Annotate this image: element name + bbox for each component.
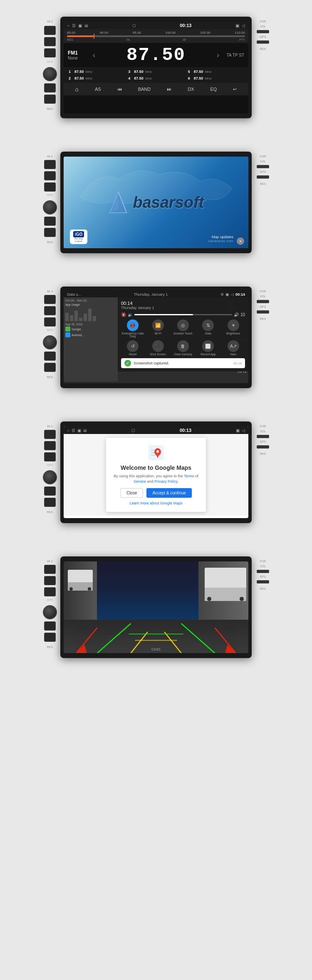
qs-wifi-btn[interactable]: 📶 Wi-Fi [146,319,169,338]
gps-label-and: GPS [47,329,53,332]
gmaps-dialog-background: Welcome to Google Maps By using this app… [64,434,248,516]
side-button-2[interactable] [44,37,56,46]
gm-side-btn-5[interactable] [44,498,56,507]
learn-more-link[interactable]: Learn more about Google Maps [113,501,199,505]
cam-side-btn-1[interactable] [44,565,56,574]
next-btn[interactable]: ⏭ [165,86,173,92]
menu-icon-gm: ☰ [72,428,75,433]
gm-side-btn-1[interactable] [44,430,56,439]
cam-side-btn-2[interactable] [44,576,56,585]
qs-clearmem-btn[interactable]: 🗑 Clear memory [171,340,195,356]
radio-controls: ⌂ AS ⏮ BAND ⏭ DX EQ ↩ [64,83,248,95]
cam-for-label: FOR [260,560,266,563]
app-usage-label: App Usage [65,303,116,306]
time-display: 00:13 [180,23,191,28]
igo-subtitle: the wayengine [74,237,83,242]
back-icon[interactable]: ◁ [231,292,234,297]
and-side-btn-5[interactable] [44,363,56,372]
volume-slider[interactable] [134,314,232,315]
nav-res-right: RES [260,182,266,185]
home-btn[interactable]: ⌂ [74,85,80,93]
side-button-5[interactable] [44,95,56,104]
toast-text: Screenshot captured. [134,361,169,365]
naviextras-link[interactable]: naviextras.com [208,239,233,243]
parking-guide-lines [64,598,248,653]
preset-3[interactable]: 3 87.50 MHz [126,69,185,75]
radio-band: FM1 None [68,50,93,60]
and-side-btn-3[interactable] [44,317,56,327]
qs-emergency-btn[interactable]: 📵 Emergency CallsOnly [121,319,144,338]
radio-main: FM1 None ‹ 87.50 › TA TP ST [64,43,248,67]
close-nav-btn[interactable]: × [237,237,244,245]
gm-sd-slot [257,435,269,438]
qs-shutscreen-btn[interactable]: ⬛ Shut Screen [146,340,169,356]
qs-recentapp-btn[interactable]: ⬜ Recent App [196,340,220,356]
gm-side-btn-3[interactable] [44,452,56,461]
as-btn[interactable]: AS [93,86,103,92]
volume-mute-icon: 🔇 [121,312,126,317]
and-vol-label: VOL [260,295,266,298]
app-item-android[interactable]: Android... [65,332,116,337]
dx-btn[interactable]: DX [186,86,196,92]
gm-volume-knob[interactable] [43,470,57,484]
preset-1[interactable]: 1 87.50 MHz [67,69,126,75]
band-btn[interactable]: BAND [136,86,153,92]
android-screen: Data u... Thursday, January 1 ⚙ ▣ ◁ 00:1… [64,292,248,383]
preset-5[interactable]: 5 87.50 MHz [186,69,245,75]
nav-side-btn-5[interactable] [44,228,56,237]
cam-side-btn-3[interactable] [44,587,56,596]
cam-side-btn-4[interactable] [44,621,56,631]
gm-side-btn-4[interactable] [44,486,56,496]
side-button-4[interactable] [44,83,56,92]
gps-label-right: GPS [260,35,266,38]
android-time: 00:14 [235,292,245,297]
accept-continue-button[interactable]: Accept & continue [146,488,192,498]
volume-low-icon: 🔉 [128,312,133,317]
and-side-btn-4[interactable] [44,352,56,361]
and-volume-knob[interactable] [43,335,57,349]
prev-btn[interactable]: ⏮ [116,86,124,92]
and-side-btn-1[interactable] [44,295,56,304]
qs-assistortouch-btn[interactable]: ◎ Assistor Touch [171,319,195,338]
volume-high-icon: 🔊 [234,312,239,317]
freq-needle [94,34,94,39]
side-button-3[interactable] [44,48,56,57]
and-res-right: RES [260,317,266,320]
qs-reset-btn[interactable]: ↺ Reset [121,340,144,356]
eq-btn[interactable]: EQ [209,86,219,92]
gm-for-label: FOR [260,425,266,428]
close-button[interactable]: Close [120,488,144,498]
qs-brightness-btn[interactable]: ☀ Brightness [222,319,245,338]
side-button-1[interactable] [44,26,56,35]
nav-side-btn-1[interactable] [44,160,56,169]
gm-side-btn-2[interactable] [44,441,56,450]
nav-side-btn-2[interactable] [44,171,56,180]
cam-side-btn-5[interactable] [44,633,56,642]
privacy-link[interactable]: Privacy Policy [154,479,177,484]
nav-side-btn-4[interactable] [44,217,56,226]
gm-res-label: RES [47,511,53,514]
preset-6[interactable]: 6 87.50 MHz [186,75,245,81]
app-item-google[interactable]: Google [65,327,116,332]
nav-vol-label: VOL [260,160,266,163]
gear-icon[interactable]: ⚙ [220,292,224,297]
nav-volume-knob[interactable] [43,200,57,214]
svg-marker-18 [76,645,87,653]
qs-navi-btn[interactable]: A↗ Navi [222,340,245,356]
usage-chart [65,309,116,321]
volume-knob[interactable] [43,67,57,81]
gm-gps-slot [257,445,269,449]
menu-icon: ☰ [72,23,76,28]
assistortouch-icon: ◎ [177,319,189,331]
nav-screen: basarsoft iGO the wayengine Map updatesn… [64,157,248,248]
cam-volume-knob[interactable] [43,605,57,619]
nav-res-label: RES [47,241,53,244]
qs-data-btn[interactable]: ⇅ Data [196,319,220,338]
nav-side-btn-3[interactable] [44,182,56,192]
screen-icon: ▣ [225,292,229,297]
and-side-btn-2[interactable] [44,306,56,315]
preset-2[interactable]: 2 87.50 MHz [67,75,126,81]
nav-gps-right: GPS [260,170,266,173]
preset-4[interactable]: 4 87.50 MHz [126,75,185,81]
return-btn[interactable]: ↩ [231,86,238,93]
